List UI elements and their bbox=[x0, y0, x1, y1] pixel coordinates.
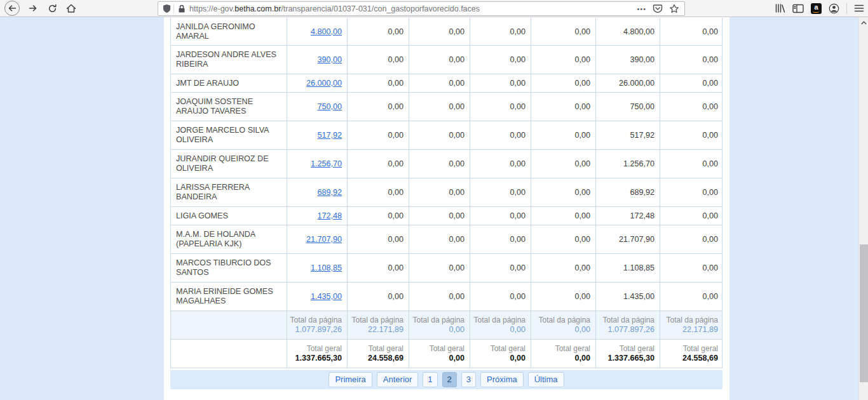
toolbar-separator bbox=[846, 3, 847, 14]
pagination-page-3-button[interactable]: 3 bbox=[461, 372, 476, 387]
vertical-scrollbar[interactable] bbox=[858, 17, 868, 400]
amount-cell: 689,92 bbox=[596, 178, 660, 206]
pagination-first-button[interactable]: Primeira bbox=[329, 372, 372, 387]
amount-cell: 390,00 bbox=[596, 46, 660, 74]
page-total-value: 0,00 bbox=[510, 325, 526, 335]
page-total-label: Total da página bbox=[413, 316, 465, 325]
page-total-label: Total da página bbox=[352, 316, 403, 325]
forward-button[interactable] bbox=[24, 1, 43, 16]
amount-cell: 0,00 bbox=[660, 254, 723, 282]
amount-cell: 1.435,00 bbox=[596, 283, 660, 310]
account-icon[interactable] bbox=[829, 3, 839, 14]
empty-cell bbox=[171, 340, 287, 368]
amount-cell: 0,00 bbox=[470, 18, 531, 45]
amount-link[interactable]: 750,00 bbox=[317, 102, 342, 111]
url-scheme: https://e-gov. bbox=[189, 4, 234, 13]
amount-cell: 0,00 bbox=[660, 74, 723, 92]
table-row: JANILDA GERONIMO AMARAL 4.800,00 0,00 0,… bbox=[171, 18, 722, 46]
pagination-page-2-button-active[interactable]: 2 bbox=[442, 372, 457, 387]
lock-icon[interactable] bbox=[178, 4, 186, 13]
amount-cell: 0,00 bbox=[348, 46, 409, 74]
amount-cell: 0,00 bbox=[531, 93, 596, 121]
empty-cell bbox=[171, 311, 287, 339]
table-row: JURANDIR QUEIROZ DE OLIVEIRA 1.256,70 0,… bbox=[171, 150, 722, 178]
address-bar[interactable]: https://e-gov.betha.com.br/transparencia… bbox=[158, 1, 685, 16]
amount-cell: 0,00 bbox=[660, 18, 723, 45]
amount-cell: 1.256,70 bbox=[596, 150, 660, 178]
scrollbar-thumb[interactable] bbox=[860, 244, 868, 382]
amount-cell: 0,00 bbox=[348, 225, 409, 253]
pagination-last-button[interactable]: Última bbox=[528, 372, 564, 387]
table-row: LARISSA FERRERA BANDEIRA 689,92 0,00 0,0… bbox=[171, 178, 722, 207]
page-total-value: 0,00 bbox=[574, 325, 590, 335]
amount-link[interactable]: 4.800,00 bbox=[311, 27, 342, 36]
amount-cell: 0,00 bbox=[348, 283, 409, 310]
amount-cell: 0,00 bbox=[409, 46, 470, 74]
favorecido-name: LIGIA GOMES bbox=[171, 207, 287, 225]
amount-cell: 0,00 bbox=[348, 178, 409, 206]
urlbar-separator bbox=[173, 4, 174, 13]
home-button[interactable] bbox=[62, 1, 81, 16]
table-row: MARIA ERINEIDE GOMES MAGALHAES 1.435,00 … bbox=[171, 283, 722, 311]
page-actions-button[interactable]: ••• bbox=[637, 5, 646, 13]
amount-cell: 0,00 bbox=[531, 207, 596, 225]
table-row: JOAQUIM SOSTENE ARAUJO TAVARES 750,00 0,… bbox=[171, 93, 722, 121]
menu-hamburger-icon[interactable] bbox=[854, 4, 864, 13]
amount-link[interactable]: 172,48 bbox=[317, 211, 342, 220]
favorecidos-table: JANILDA GERONIMO AMARAL 4.800,00 0,00 0,… bbox=[170, 18, 722, 368]
amount-cell: 0,00 bbox=[470, 121, 531, 149]
amazon-extension-icon[interactable]: a bbox=[811, 3, 822, 14]
reload-button[interactable] bbox=[43, 1, 62, 16]
amount-link[interactable]: 21.707,90 bbox=[306, 235, 342, 244]
amount-link[interactable]: 390,00 bbox=[317, 55, 342, 64]
table-row: JARDESON ANDRE ALVES RIBEIRA 390,00 0,00… bbox=[171, 46, 722, 74]
amount-cell: 0,00 bbox=[409, 93, 470, 121]
amount-cell: 0,00 bbox=[470, 46, 531, 74]
reload-icon bbox=[48, 4, 57, 13]
amount-cell: 0,00 bbox=[348, 18, 409, 45]
amount-cell: 0,00 bbox=[531, 254, 596, 282]
amount-cell: 0,00 bbox=[531, 121, 596, 149]
amount-link[interactable]: 1.108,85 bbox=[311, 263, 342, 272]
pagination-page-1-button[interactable]: 1 bbox=[423, 372, 437, 387]
amount-cell: 0,00 bbox=[660, 121, 723, 149]
page-total-value: 0,00 bbox=[449, 325, 465, 335]
page-total-label: Total da página bbox=[603, 316, 654, 325]
grand-total-value: 24.558,69 bbox=[368, 354, 403, 364]
back-button[interactable] bbox=[4, 1, 20, 16]
amount-cell: 4.800,00 bbox=[596, 18, 660, 45]
grand-total-label: Total geral bbox=[307, 344, 342, 354]
amount-cell: 0,00 bbox=[660, 225, 723, 253]
amount-link[interactable]: 1.435,00 bbox=[311, 292, 342, 301]
favorecido-name: MARCOS TIBURCIO DOS SANTOS bbox=[171, 254, 287, 282]
amount-cell: 0,00 bbox=[531, 150, 596, 178]
favorecido-name: JOAQUIM SOSTENE ARAUJO TAVARES bbox=[171, 93, 287, 121]
amount-link[interactable]: 1.256,70 bbox=[311, 159, 342, 168]
amount-link[interactable]: 517,92 bbox=[317, 131, 342, 140]
amount-cell: 0,00 bbox=[348, 207, 409, 225]
grand-total-value: 1.337.665,30 bbox=[295, 354, 342, 364]
amount-cell: 0,00 bbox=[470, 225, 531, 253]
amount-cell: 0,00 bbox=[348, 93, 409, 121]
grand-total-label: Total geral bbox=[555, 344, 590, 354]
pagination-previous-button[interactable]: Anterior bbox=[377, 372, 419, 387]
library-icon[interactable] bbox=[775, 3, 785, 13]
scrollbar-up-arrow-icon[interactable] bbox=[859, 19, 868, 27]
amount-cell: 0,00 bbox=[660, 150, 723, 178]
amount-cell: 0,00 bbox=[409, 18, 470, 45]
pocket-icon[interactable] bbox=[653, 4, 663, 13]
table-row: JORGE MARCELO SILVA OLIVEIRA 517,92 0,00… bbox=[171, 121, 722, 150]
home-icon bbox=[66, 4, 76, 13]
grand-total-label: Total geral bbox=[491, 344, 526, 354]
table-row: LIGIA GOMES 172,48 0,00 0,00 0,00 0,00 1… bbox=[171, 207, 722, 225]
amount-cell: 0,00 bbox=[531, 46, 596, 74]
page-background: JANILDA GERONIMO AMARAL 4.800,00 0,00 0,… bbox=[0, 17, 858, 400]
amount-cell: 0,00 bbox=[348, 150, 409, 178]
amount-link[interactable]: 26.000,00 bbox=[306, 79, 342, 88]
bookmark-star-icon[interactable] bbox=[669, 4, 679, 13]
amount-link[interactable]: 689,92 bbox=[317, 188, 342, 197]
table-row: M.A.M. DE HOLANDA (PAPELARIA KJK) 21.707… bbox=[171, 225, 722, 254]
sidebars-icon[interactable] bbox=[792, 4, 804, 13]
tracking-protection-shield-icon[interactable] bbox=[163, 4, 171, 13]
pagination-next-button[interactable]: Próxima bbox=[480, 372, 524, 387]
